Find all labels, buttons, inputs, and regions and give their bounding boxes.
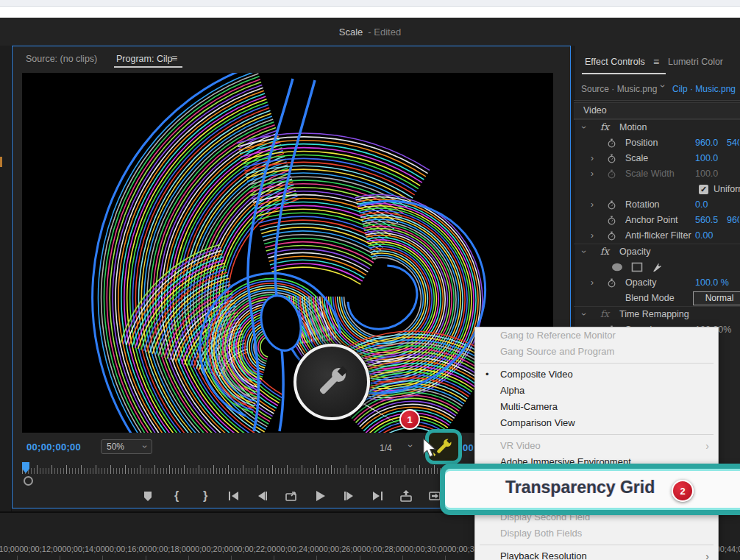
timeline-timecode-label: 00;00;10;00 <box>0 545 19 553</box>
timeline-clip-label[interactable]: Cilp · Music.png <box>672 84 736 94</box>
export-frame-button[interactable] <box>284 490 299 503</box>
effect-controls-rows: Video›fxMotionPosition960.0540.0›Scale10… <box>574 102 740 338</box>
ellipse-mask-icon[interactable] <box>611 262 624 272</box>
property-value[interactable]: 0.0 <box>695 199 708 210</box>
playhead-marker[interactable] <box>22 462 30 474</box>
chevron-collapsed-icon[interactable]: › <box>591 230 594 241</box>
ec-row-scale-width: ›Scale Width100.0 <box>574 166 740 182</box>
chevron-collapsed-icon[interactable]: › <box>591 199 594 210</box>
menu-item-transparency-grid[interactable]: Transparency Grid <box>505 478 655 497</box>
submenu-arrow-icon: › <box>705 438 709 454</box>
fx-icon: fx <box>600 308 609 319</box>
step-forward-button[interactable] <box>341 490 356 503</box>
panel-menu-icon[interactable]: ≡ <box>653 56 659 68</box>
timeline-timecode-label: 00;00;28;00 <box>362 545 405 553</box>
chevron-collapsed-icon[interactable]: › <box>591 169 594 179</box>
timeline-tick <box>360 556 360 560</box>
property-value[interactable]: 560.5 <box>695 215 718 225</box>
chevron-collapsed-icon[interactable]: › <box>591 153 594 163</box>
menu-item-label: Multi-Camera <box>500 401 558 412</box>
property-value[interactable]: 960.0 <box>695 138 718 148</box>
menu-item-composite-video[interactable]: •Composite Video <box>475 366 718 383</box>
timeline-timecode-label: 00;00;26;00 <box>319 545 362 553</box>
property-label: Position <box>625 138 658 148</box>
property-value[interactable]: 100.0 <box>695 153 718 163</box>
menu-item-label: Gang Source and Program <box>500 346 614 357</box>
ec-row-blend-mode: Blend ModeNormal <box>574 291 740 306</box>
menu-item-comparison-view[interactable]: Comparison View <box>475 415 718 431</box>
mouse-cursor <box>421 439 438 458</box>
property-label: Anchor Point <box>625 215 678 225</box>
wrench-icon <box>312 362 352 402</box>
pen-mask-icon[interactable] <box>652 262 663 272</box>
property-value[interactable]: 100.0 % <box>695 277 729 288</box>
titlebar: Scale - Edited <box>0 18 740 46</box>
document-title: Scale <box>339 26 363 38</box>
menu-item-label: Gang to Reference Monitor <box>500 330 616 341</box>
tab-effect-controls[interactable]: Effect Controls <box>585 57 645 67</box>
zoom-level-dropdown[interactable]: 50% › <box>101 439 152 454</box>
chevron-collapsed-icon[interactable]: › <box>591 277 594 288</box>
property-value-2-clipped[interactable]: 960.3 <box>727 215 739 225</box>
menu-item-vr-video: VR Video› <box>475 438 718 454</box>
annotation-badge-2: 2 <box>672 480 694 502</box>
program-video-frame <box>22 73 553 433</box>
chevron-down-icon[interactable]: › <box>659 85 666 88</box>
property-value-2-clipped[interactable]: 540.0 <box>727 138 739 148</box>
property-label: Scale Width <box>625 169 675 179</box>
chevron-expanded-icon[interactable]: › <box>579 250 589 253</box>
selected-bullet-icon: • <box>485 366 489 383</box>
menu-item-alpha[interactable]: Alpha <box>475 383 718 399</box>
left-strip-marker <box>0 157 2 167</box>
menu-separator <box>475 542 718 548</box>
timeline-tick <box>445 556 446 560</box>
menu-separator <box>475 431 718 438</box>
mark-in-button[interactable]: { <box>169 490 184 503</box>
menu-item-label: VR Video <box>500 440 541 451</box>
ec-row-masks <box>574 260 740 275</box>
submenu-arrow-icon: › <box>705 548 709 560</box>
chevron-expanded-icon[interactable]: › <box>579 313 589 316</box>
property-value[interactable]: 100.0 <box>695 169 718 179</box>
timeline-tick <box>402 556 403 560</box>
menu-item-multi-camera[interactable]: Multi-Camera <box>475 399 718 415</box>
transparency-grid-callout[interactable]: Transparency Grid <box>440 464 740 515</box>
panel-menu-icon[interactable]: ≡ <box>171 52 177 64</box>
timeline-tick <box>102 556 103 560</box>
effect-group-label: Time Remapping <box>619 309 689 319</box>
play-button[interactable] <box>313 490 327 503</box>
mark-out-button[interactable]: } <box>198 490 213 503</box>
tab-source-monitor[interactable]: Source: (no clips) <box>26 54 97 64</box>
timeline-timecode-label: 00;00;22;00 <box>233 545 276 553</box>
section-label: Video <box>583 105 607 116</box>
menu-item-display-both-fields: Display Both Fields <box>475 525 718 542</box>
chevron-expanded-icon[interactable]: › <box>579 126 589 129</box>
step-back-button[interactable] <box>255 490 270 503</box>
menu-item-label: Display Both Fields <box>500 528 582 539</box>
menu-item-gang-source-and-program: Gang Source and Program <box>475 344 718 360</box>
property-value[interactable]: 0.00 <box>695 230 713 241</box>
timeline-tick <box>188 556 189 560</box>
playback-resolution-dropdown[interactable]: 1/4 <box>380 443 392 453</box>
menu-item-playback-resolution[interactable]: Playback Resolution› <box>475 548 718 560</box>
rect-mask-icon[interactable] <box>631 262 643 272</box>
menu-item-label: Comparison View <box>500 417 575 428</box>
timeline-timecode-label: 00;00;20;00 <box>191 545 233 553</box>
source-clip-label[interactable]: Source · Music.png <box>581 84 657 94</box>
add-marker-button[interactable] <box>140 490 155 503</box>
chevron-down-icon[interactable]: › <box>407 444 414 447</box>
left-panel-strip <box>0 46 12 560</box>
tab-program-monitor[interactable]: Program: Cilp <box>116 54 172 64</box>
lift-button[interactable] <box>399 490 413 503</box>
tab-lumetri-color[interactable]: Lumetri Color <box>668 57 723 67</box>
current-timecode[interactable]: 00;00;00;00 <box>26 442 81 453</box>
go-to-out-button[interactable] <box>370 490 385 503</box>
property-label: Scale <box>625 153 648 163</box>
property-label: Blend Mode <box>625 293 675 303</box>
uniform-scale-checkbox[interactable]: ✓ <box>699 185 708 194</box>
blend-mode-dropdown[interactable]: Normal <box>693 291 740 305</box>
go-to-in-button[interactable] <box>227 490 241 503</box>
ec-row-time-remapping: ›fxTime Remapping <box>574 306 740 322</box>
effect-group-label: Opacity <box>619 247 650 257</box>
monitor-settings-menu: Gang to Reference MonitorGang Source and… <box>474 327 719 560</box>
